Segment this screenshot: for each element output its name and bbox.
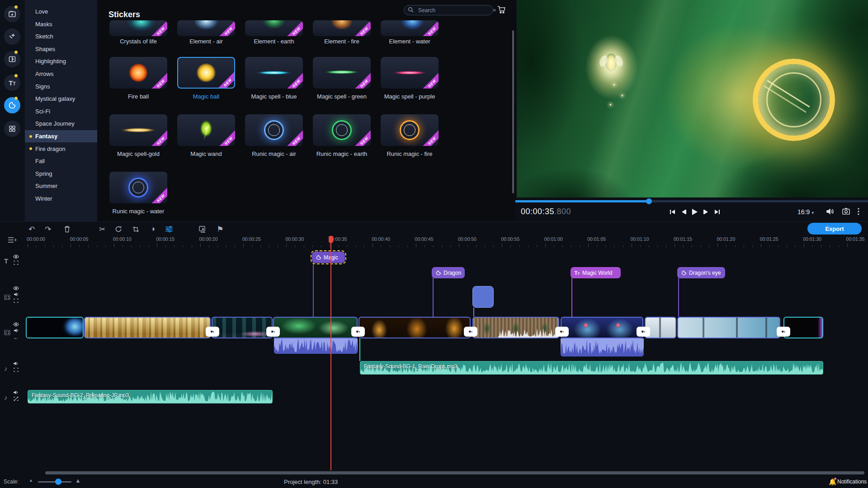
timeline-clip-magic-world[interactable]: TTMagic World bbox=[571, 267, 621, 278]
playhead-handle[interactable] bbox=[329, 236, 333, 243]
sidebar-item-mystical-galaxy[interactable]: Mystical galaxy bbox=[25, 93, 97, 105]
sticker-tile-element-fire[interactable]: NEW bbox=[313, 20, 371, 36]
transition-marker[interactable]: ■› bbox=[266, 327, 280, 337]
mute-speaker-icon[interactable] bbox=[14, 328, 19, 333]
link-icon[interactable] bbox=[14, 298, 19, 303]
volume-icon[interactable] bbox=[826, 207, 835, 218]
marker-flag-button[interactable]: ⚑ bbox=[215, 224, 226, 235]
picture-in-picture-button[interactable] bbox=[197, 224, 208, 235]
attached-audio-waveform[interactable] bbox=[561, 338, 644, 357]
search-clear-icon[interactable]: × bbox=[493, 7, 496, 13]
audio-clip-1[interactable]: Fantasy-Sound-BG-1_Rain Drops.mp3 bbox=[360, 361, 823, 375]
sidebar-item-spring[interactable]: Spring bbox=[25, 168, 97, 180]
go-to-start-button[interactable] bbox=[667, 206, 678, 217]
transition-marker[interactable]: ■› bbox=[637, 327, 650, 337]
rotate-button[interactable] bbox=[113, 224, 124, 235]
stickers-button[interactable] bbox=[4, 97, 20, 113]
link-icon[interactable] bbox=[14, 260, 19, 265]
sidebar-item-arrows[interactable]: Arrows bbox=[25, 68, 97, 80]
mute-speaker-icon[interactable] bbox=[13, 361, 19, 366]
timeline-clip-dragon-s-eye[interactable]: Dragon's eye bbox=[677, 267, 725, 278]
transition-marker[interactable]: ■› bbox=[464, 327, 477, 337]
redo-button[interactable]: ↷ bbox=[42, 224, 53, 235]
playhead-line[interactable] bbox=[330, 236, 331, 470]
search-input[interactable] bbox=[417, 7, 489, 14]
sidebar-item-love[interactable]: Love bbox=[25, 5, 97, 18]
scale-slider-thumb[interactable] bbox=[55, 479, 61, 485]
filters-sliders-button[interactable] bbox=[164, 224, 175, 235]
video-clip-clip-witch[interactable] bbox=[472, 317, 559, 338]
sidebar-item-signs[interactable]: Signs bbox=[25, 80, 97, 93]
search-box[interactable]: × bbox=[404, 5, 493, 15]
sticker-tile-magic-spell-blue[interactable]: NEW bbox=[245, 57, 303, 89]
effects-button[interactable] bbox=[4, 28, 20, 45]
video-clip-clip-runes[interactable] bbox=[561, 317, 643, 338]
scale-slider-track[interactable] bbox=[38, 481, 71, 483]
overlay-video-clip[interactable] bbox=[472, 286, 494, 308]
audio-clip-2[interactable]: Fantasy-Sound-BG-2_Preparing-JP.mp3 bbox=[28, 390, 273, 404]
notifications-label[interactable]: Notifications bbox=[837, 479, 867, 485]
mute-speaker-icon[interactable] bbox=[14, 292, 19, 297]
sidebar-item-highlighting[interactable]: Highlighting bbox=[25, 55, 97, 67]
sticker-tile-runic-magic-fire[interactable]: NEW bbox=[381, 114, 439, 146]
preview-seekbar[interactable] bbox=[515, 200, 868, 202]
video-clip-clip-moon[interactable] bbox=[26, 317, 84, 338]
sticker-tile-element-air[interactable]: NEW bbox=[177, 20, 235, 36]
sidebar-item-fantasy[interactable]: Fantasy bbox=[25, 130, 97, 142]
titles-button[interactable]: TT bbox=[4, 75, 20, 91]
arrow-left-icon[interactable]: ← bbox=[14, 334, 19, 341]
previous-frame-button[interactable] bbox=[678, 206, 689, 217]
sidebar-item-summer[interactable]: Summer bbox=[25, 180, 97, 192]
unlink-icon[interactable] bbox=[14, 396, 19, 401]
sidebar-item-fall[interactable]: Fall bbox=[25, 155, 97, 167]
crop-button[interactable] bbox=[130, 224, 141, 235]
delete-button[interactable] bbox=[61, 224, 72, 235]
video-preview[interactable] bbox=[517, 0, 868, 197]
sticker-tile-runic-magic-earth[interactable]: NEW bbox=[313, 114, 371, 146]
visibility-eye-icon[interactable] bbox=[13, 286, 19, 291]
sticker-tile-magic-spell-purple[interactable]: NEW bbox=[381, 57, 439, 89]
video-clip-clip-greenforest[interactable] bbox=[273, 317, 358, 338]
timeline-clip-dragon[interactable]: Dragon bbox=[432, 267, 465, 278]
sticker-tile-magic-spell-green[interactable]: NEW bbox=[313, 57, 371, 89]
zoom-in-icon[interactable]: ▲ bbox=[75, 477, 81, 484]
sidebar-item-winter[interactable]: Winter bbox=[25, 192, 97, 205]
video-clip-clip-darkforest[interactable] bbox=[212, 317, 273, 338]
sidebar-item-sci-fi[interactable]: Sci-Fi bbox=[25, 105, 97, 117]
split-scissors-button[interactable]: ✂ bbox=[97, 224, 108, 235]
sticker-tile-crystals-of-life[interactable]: NEW bbox=[109, 20, 167, 36]
aspect-ratio-selector[interactable]: 16:9 ▾ bbox=[797, 208, 814, 216]
zoom-out-icon[interactable]: ▲ bbox=[29, 478, 33, 483]
sidebar-item-space-journey[interactable]: Space Journey bbox=[25, 117, 97, 130]
transition-marker[interactable]: ■› bbox=[777, 327, 790, 337]
export-button[interactable]: Export bbox=[807, 223, 862, 235]
link-icon[interactable] bbox=[14, 367, 19, 372]
transitions-button[interactable] bbox=[4, 51, 20, 67]
more-options-kebab-icon[interactable] bbox=[857, 207, 860, 218]
sidebar-item-shapes[interactable]: Shapes bbox=[25, 43, 97, 55]
video-clip-clip-sky[interactable] bbox=[677, 317, 780, 338]
horizontal-scrollbar[interactable] bbox=[45, 471, 864, 474]
visibility-eye-icon[interactable] bbox=[13, 254, 19, 259]
mute-speaker-icon[interactable] bbox=[13, 390, 19, 395]
sidebar-item-fire-dragon[interactable]: Fire dragon bbox=[25, 143, 97, 155]
sticker-tile-magic-wand[interactable]: NEW bbox=[177, 114, 235, 146]
sticker-tile-runic-magic-air[interactable]: NEW bbox=[245, 114, 303, 146]
video-clip-clip-autumn[interactable] bbox=[84, 317, 211, 338]
sticker-tile-element-earth[interactable]: NEW bbox=[245, 20, 303, 36]
transition-marker[interactable]: ■› bbox=[555, 327, 569, 337]
attached-audio-waveform[interactable] bbox=[274, 338, 358, 354]
panel-scrollbar[interactable] bbox=[512, 30, 514, 193]
timeline-clip-magic[interactable]: Magic bbox=[312, 252, 345, 263]
color-adjustments-button[interactable]: ◑ bbox=[147, 224, 158, 235]
sticker-tile-fire-ball[interactable]: NEW bbox=[109, 57, 167, 89]
sticker-tile-runic-magic-water[interactable]: NEW bbox=[109, 172, 167, 203]
more-tools-button[interactable] bbox=[4, 121, 20, 137]
sticker-tile-element-water[interactable]: NEW bbox=[381, 20, 439, 36]
snapshot-camera-icon[interactable] bbox=[842, 207, 850, 217]
sticker-tile-magic-spell-gold[interactable]: NEW bbox=[109, 114, 167, 146]
cart-icon[interactable] bbox=[496, 5, 507, 15]
time-ruler[interactable]: 00:00:0000:00:0500:00:1000:00:1500:00:20… bbox=[0, 235, 868, 247]
sidebar-item-sketch[interactable]: Sketch bbox=[25, 30, 97, 42]
undo-button[interactable]: ↶ bbox=[26, 224, 37, 235]
